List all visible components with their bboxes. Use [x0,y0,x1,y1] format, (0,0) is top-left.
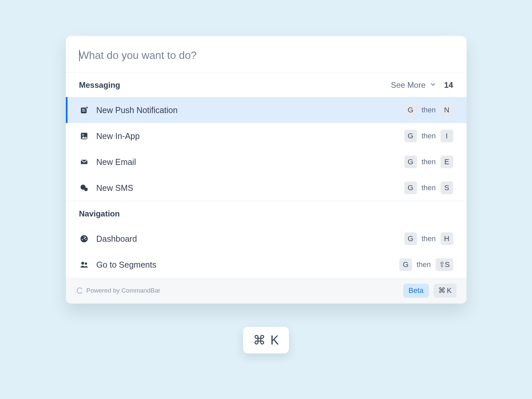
shortcut-key: K [270,333,279,347]
command-item-label: New Email [96,157,404,167]
chevron-down-icon [430,80,436,90]
shortcut-key: G [404,182,417,194]
section-title: Navigation [79,209,453,218]
svg-point-10 [83,236,84,237]
shortcut: G then I [404,130,453,142]
shortcut-then: then [417,260,431,269]
command-item-go-to-segments[interactable]: Go to Segments G then ⇧S [66,252,466,278]
svg-rect-0 [81,107,86,113]
search-input[interactable] [79,49,453,62]
shortcut-key: N [441,104,453,116]
dashboard-icon [79,234,89,244]
shortcut: G then H [404,232,453,245]
command-item-label: New Push Notification [96,105,404,115]
shortcut: G then N [404,104,453,116]
shortcut-key: G [404,232,417,245]
svg-point-7 [84,188,88,191]
command-palette: Messaging See More 14 New Push Notificat… [66,36,466,304]
command-item-label: Dashboard [96,234,404,244]
see-more-label: See More [391,80,426,90]
shortcut-then: then [422,132,436,140]
see-more-count: 14 [444,80,453,90]
shortcut-key: E [441,156,453,168]
svg-rect-3 [82,111,85,111]
command-icon: ⌘ [253,333,266,347]
shortcut-key: G [404,104,417,116]
beta-badge[interactable]: Beta [403,284,429,298]
svg-point-5 [82,134,83,136]
shortcut-key: K [447,286,452,295]
shortcut-key: I [441,130,453,142]
svg-point-1 [86,106,88,109]
palette-footer: Powered by CommandBar Beta ⌘K [66,278,466,304]
shortcut-key: G [399,258,412,271]
see-more-button[interactable]: See More 14 [391,80,453,90]
footer-brand: Powered by CommandBar [76,287,403,294]
command-item-new-email[interactable]: New Email G then E [66,149,466,175]
svg-point-13 [84,262,87,265]
section-header-navigation: Navigation [66,201,466,226]
command-item-new-in-app[interactable]: New In-App G then I [66,123,466,149]
shortcut-key: ⇧S [436,258,453,271]
shortcut: G then E [404,156,453,168]
sms-icon [79,183,89,193]
svg-point-12 [81,262,84,265]
shortcut: G then S [404,182,453,194]
email-icon [79,157,89,167]
footer-powered-label: Powered by CommandBar [86,287,161,294]
svg-point-11 [85,239,86,240]
svg-point-9 [82,239,83,240]
command-item-label: New In-App [96,131,404,141]
shortcut-hint: ⌘K [434,284,457,298]
search-row [66,36,466,72]
shortcut-then: then [422,106,436,114]
push-notification-icon [79,105,89,115]
shortcut-key: S [441,182,453,194]
command-item-label: Go to Segments [96,260,399,270]
section-title: Messaging [79,80,391,90]
shortcut-then: then [422,158,436,166]
command-item-new-push-notification[interactable]: New Push Notification G then N [66,97,466,123]
commandbar-logo-icon [76,287,83,294]
shortcut: G then ⇧S [399,258,453,271]
shortcut-then: then [422,184,436,192]
shortcut-key: G [404,156,417,168]
shortcut-then: then [422,234,436,243]
floating-shortcut-hint: ⌘ K [243,327,289,353]
command-item-label: New SMS [96,183,404,193]
segments-icon [79,260,89,270]
svg-rect-2 [82,109,85,110]
command-icon: ⌘ [438,286,446,295]
in-app-icon [79,131,89,141]
command-item-new-sms[interactable]: New SMS G then S [66,175,466,201]
shortcut-key: H [441,232,453,245]
command-item-dashboard[interactable]: Dashboard G then H [66,226,466,252]
shortcut-key: G [404,130,417,142]
section-header-messaging: Messaging See More 14 [66,72,466,97]
